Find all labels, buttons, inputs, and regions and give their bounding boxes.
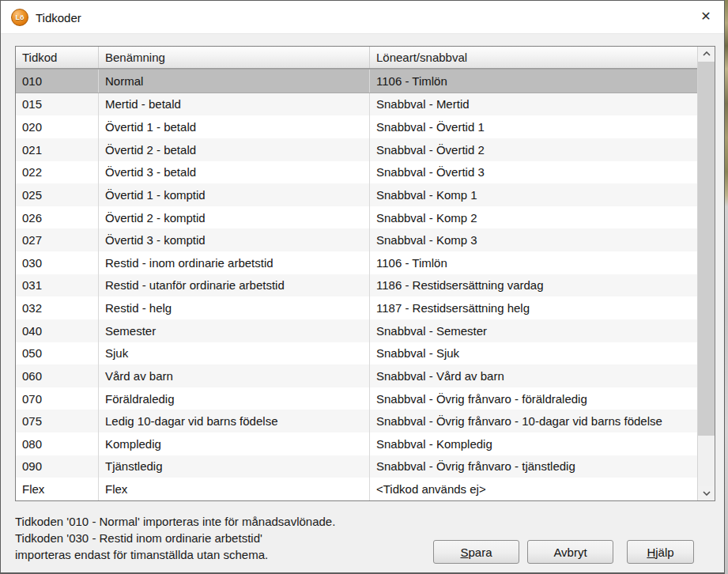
cell-benamning: Mertid - betald <box>99 93 370 116</box>
cell-loneart: Snabbval - Semester <box>370 319 697 342</box>
cell-loneart: Snabbval - Kompledig <box>370 432 697 455</box>
cell-benamning: Ledig 10-dagar vid barns födelse <box>99 410 370 432</box>
cell-tidkod: 015 <box>16 93 99 116</box>
table-row[interactable]: 027Övertid 3 - komptidSnabbval - Komp 3 <box>16 228 697 251</box>
cell-benamning: Tjänstledig <box>99 455 370 478</box>
cell-tidkod: 031 <box>16 274 99 297</box>
cell-loneart: Snabbval - Övertid 1 <box>370 115 697 138</box>
app-icon: Lö <box>11 9 28 26</box>
cell-benamning: Föräldraledig <box>99 387 370 410</box>
cell-tidkod: 032 <box>16 296 99 319</box>
avbryt-button[interactable]: Avbryt <box>527 540 613 564</box>
cell-loneart: Snabbval - Vård av barn <box>370 364 697 387</box>
table-row[interactable]: 070FöräldraledigSnabbval - Övrig frånvar… <box>16 387 697 410</box>
cell-loneart: Snabbval - Övrig frånvaro - föräldraledi… <box>370 387 697 410</box>
cell-loneart: Snabbval - Övertid 2 <box>370 138 697 161</box>
cell-benamning: Övertid 3 - komptid <box>99 228 370 251</box>
table-row[interactable]: 080KompledigSnabbval - Kompledig <box>16 432 697 455</box>
cell-tidkod: 060 <box>16 364 99 387</box>
titlebar: Lö Tidkoder ✕ <box>1 1 724 34</box>
table-body: 010Normal1106 - Timlön015Mertid - betald… <box>16 69 697 500</box>
cell-benamning: Övertid 2 - betald <box>99 138 370 161</box>
cell-benamning: Flex <box>99 478 370 500</box>
table-row[interactable]: 050SjukSnabbval - Sjuk <box>16 342 697 365</box>
spara-button[interactable]: Spara <box>433 540 519 564</box>
cell-loneart: Snabbval - Övertid 3 <box>370 161 697 184</box>
scroll-up-button[interactable] <box>698 47 715 61</box>
chevron-up-icon <box>703 51 711 56</box>
scrollbar-thumb[interactable] <box>698 62 715 436</box>
tidkoder-dialog: Lö Tidkoder ✕ Tidkod Benämning Löneart/s… <box>0 0 725 574</box>
cell-loneart: 1106 - Timlön <box>370 70 697 93</box>
close-icon: ✕ <box>700 10 711 23</box>
column-header-benamning[interactable]: Benämning <box>99 47 370 68</box>
cell-tidkod: 030 <box>16 251 99 274</box>
chevron-down-icon <box>703 491 711 496</box>
background-window-sliver <box>725 0 728 574</box>
column-header-tidkod[interactable]: Tidkod <box>16 47 99 68</box>
hjalp-button[interactable]: Hjälp <box>627 540 694 564</box>
footer-note: Tidkoden '010 - Normal' importeras inte … <box>15 513 335 563</box>
scroll-down-button[interactable] <box>698 486 715 500</box>
cell-tidkod: 080 <box>16 432 99 455</box>
cell-tidkod: 090 <box>16 455 99 478</box>
table-row[interactable]: 010Normal1106 - Timlön <box>16 69 697 93</box>
cell-loneart: Snabbval - Mertid <box>370 93 697 116</box>
cell-tidkod: 021 <box>16 138 99 161</box>
cell-benamning: Normal <box>99 70 370 93</box>
table-row[interactable]: 030Restid - inom ordinarie arbetstid1106… <box>16 251 697 274</box>
vertical-scrollbar[interactable] <box>697 47 715 500</box>
cell-loneart: Snabbval - Övrig frånvaro - 10-dagar vid… <box>370 410 697 432</box>
cell-benamning: Restid - utanför ordinarie arbetstid <box>99 274 370 297</box>
window-title: Tidkoder <box>36 1 81 34</box>
cell-loneart: 1106 - Timlön <box>370 251 697 274</box>
cell-tidkod: 050 <box>16 342 99 365</box>
table-row[interactable]: 075Ledig 10-dagar vid barns födelseSnabb… <box>16 410 697 432</box>
table-row[interactable]: 021Övertid 2 - betaldSnabbval - Övertid … <box>16 138 697 161</box>
cell-loneart: Snabbval - Komp 1 <box>370 183 697 206</box>
cell-loneart: 1186 - Restidsersättning vardag <box>370 274 697 297</box>
table-row[interactable]: FlexFlex<Tidkod används ej> <box>16 478 697 500</box>
cell-loneart: Snabbval - Komp 2 <box>370 206 697 229</box>
table-row[interactable]: 031Restid - utanför ordinarie arbetstid1… <box>16 274 697 297</box>
footer-note-line: Tidkoden '030 - Restid inom ordinarie ar… <box>15 530 335 546</box>
cell-benamning: Övertid 1 - betald <box>99 115 370 138</box>
footer-note-line: importeras endast för timanställda utan … <box>15 546 335 563</box>
table-row[interactable]: 015Mertid - betaldSnabbval - Mertid <box>16 93 697 116</box>
cell-loneart: Snabbval - Komp 3 <box>370 228 697 251</box>
footer-note-line: Tidkoden '010 - Normal' importeras inte … <box>15 513 335 530</box>
cell-benamning: Restid - helg <box>99 296 370 319</box>
table-header: Tidkod Benämning Löneart/snabbval <box>16 47 697 69</box>
cell-loneart: 1187 - Restidsersättning helg <box>370 296 697 319</box>
cell-tidkod: Flex <box>16 478 99 500</box>
table-row[interactable]: 090TjänstledigSnabbval - Övrig frånvaro … <box>16 455 697 478</box>
cell-loneart: Snabbval - Övrig frånvaro - tjänstledig <box>370 455 697 478</box>
app-icon-label: Lö <box>16 13 25 21</box>
column-header-loneart[interactable]: Löneart/snabbval <box>370 47 697 68</box>
table-row[interactable]: 026Övertid 2 - komptidSnabbval - Komp 2 <box>16 206 697 229</box>
table-row[interactable]: 025Övertid 1 - komptidSnabbval - Komp 1 <box>16 183 697 206</box>
table-row[interactable]: 060Vård av barnSnabbval - Vård av barn <box>16 364 697 387</box>
cell-tidkod: 020 <box>16 115 99 138</box>
cell-tidkod: 075 <box>16 410 99 432</box>
cell-tidkod: 027 <box>16 228 99 251</box>
cell-benamning: Restid - inom ordinarie arbetstid <box>99 251 370 274</box>
cell-benamning: Sjuk <box>99 342 370 365</box>
cell-tidkod: 022 <box>16 161 99 184</box>
cell-benamning: Övertid 2 - komptid <box>99 206 370 229</box>
cell-loneart: <Tidkod används ej> <box>370 478 697 500</box>
cell-tidkod: 025 <box>16 183 99 206</box>
cell-benamning: Semester <box>99 319 370 342</box>
table-row[interactable]: 022Övertid 3 - betaldSnabbval - Övertid … <box>16 161 697 184</box>
cell-tidkod: 026 <box>16 206 99 229</box>
close-button[interactable]: ✕ <box>691 4 721 29</box>
cell-tidkod: 040 <box>16 319 99 342</box>
scrollbar-track[interactable] <box>698 61 715 486</box>
cell-loneart: Snabbval - Sjuk <box>370 342 697 365</box>
table-row[interactable]: 032Restid - helg1187 - Restidsersättning… <box>16 296 697 319</box>
cell-benamning: Vård av barn <box>99 364 370 387</box>
table-row[interactable]: 020Övertid 1 - betaldSnabbval - Övertid … <box>16 115 697 138</box>
table-row[interactable]: 040SemesterSnabbval - Semester <box>16 319 697 342</box>
cell-benamning: Kompledig <box>99 432 370 455</box>
cell-benamning: Övertid 1 - komptid <box>99 183 370 206</box>
